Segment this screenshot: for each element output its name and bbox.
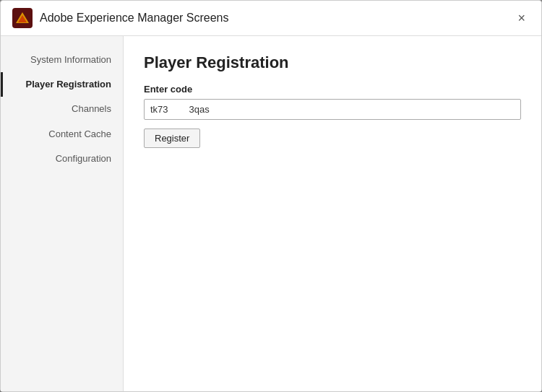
enter-code-label: Enter code xyxy=(144,84,521,95)
page-title: Player Registration xyxy=(144,53,521,72)
dialog-title: Adobe Experience Manager Screens xyxy=(40,12,513,25)
app-icon xyxy=(12,8,33,28)
dialog-body: System Information Player Registration C… xyxy=(1,36,541,391)
dialog-header: Adobe Experience Manager Screens × xyxy=(1,1,541,36)
sidebar-item-player-registration[interactable]: Player Registration xyxy=(1,72,123,97)
main-content: Player Registration Enter code Register xyxy=(124,36,541,391)
sidebar-item-content-cache[interactable]: Content Cache xyxy=(1,122,123,147)
sidebar-item-system-information[interactable]: System Information xyxy=(1,48,123,72)
code-input[interactable] xyxy=(144,99,521,120)
sidebar-item-configuration[interactable]: Configuration xyxy=(1,147,123,171)
sidebar-item-channels[interactable]: Channels xyxy=(1,97,123,121)
sidebar: System Information Player Registration C… xyxy=(1,36,124,391)
close-button[interactable]: × xyxy=(513,10,530,26)
register-button[interactable]: Register xyxy=(144,129,200,148)
dialog: Adobe Experience Manager Screens × Syste… xyxy=(0,0,542,392)
